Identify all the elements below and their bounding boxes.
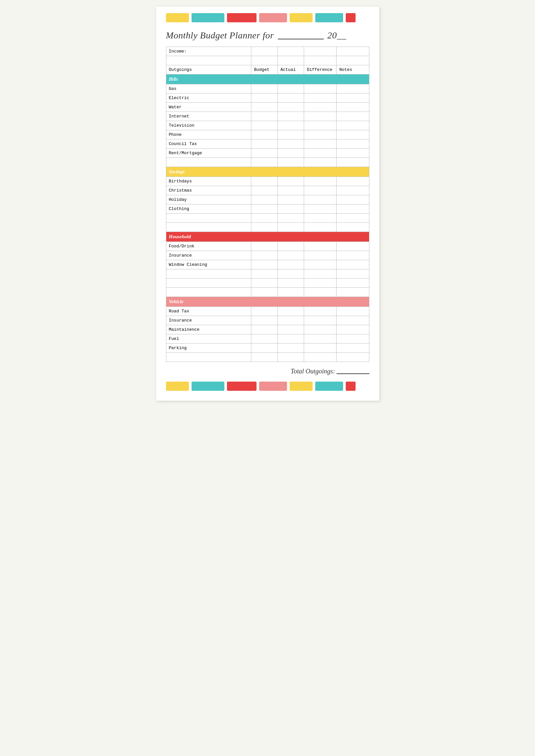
row-parking: Parking	[166, 343, 369, 353]
row-insurance-vehicle: Insurance	[166, 316, 369, 325]
column-headers: Outgoings Budget Actual Difference Notes	[166, 65, 369, 74]
row-window-cleaning: Window Cleaning	[166, 260, 369, 269]
row-insurance-household: Insurance	[166, 251, 369, 260]
bar-teal-1	[191, 13, 224, 22]
item-insurance-household: Insurance	[166, 251, 251, 260]
bar-red-1	[227, 13, 257, 22]
item-road-tax: Road Tax	[166, 307, 251, 316]
item-christmas: Christmas	[166, 186, 251, 195]
row-gas: Gas	[166, 84, 369, 94]
item-window-cleaning: Window Cleaning	[166, 260, 251, 269]
row-holiday: Holiday	[166, 195, 369, 204]
row-christmas: Christmas	[166, 186, 369, 195]
household-empty-3	[166, 288, 369, 297]
item-rent-mortgage: Rent/Mortgage	[166, 149, 251, 158]
total-underline	[337, 366, 369, 374]
income-notes	[337, 47, 369, 56]
bottom-color-bars	[166, 382, 369, 391]
row-food-drink: Food/Drink	[166, 242, 369, 251]
empty-row-1	[166, 56, 369, 65]
item-insurance-vehicle: Insurance	[166, 316, 251, 325]
bills-label: Bills	[166, 74, 369, 84]
row-phone: Phone	[166, 130, 369, 139]
title-month-blank	[278, 28, 324, 39]
item-maintainence: Maintainence	[166, 325, 251, 334]
vehicle-label: Vehicle	[166, 297, 369, 307]
row-water: Water	[166, 103, 369, 112]
row-maintainence: Maintainence	[166, 325, 369, 334]
bar-bottom-yellow-1	[166, 382, 189, 391]
income-label: Income:	[166, 47, 251, 56]
item-birthdays: Birthdays	[166, 177, 251, 186]
row-birthdays: Birthdays	[166, 177, 369, 186]
savings-empty-1	[166, 214, 369, 223]
col-header-actual: Actual	[277, 65, 304, 74]
bar-bottom-red-2	[346, 382, 355, 391]
total-outgoings-label: Total Outgoings:	[291, 367, 335, 375]
bar-yellow-2	[290, 13, 313, 22]
row-fuel: Fuel	[166, 334, 369, 343]
title-year-suffix: __	[337, 30, 346, 40]
item-parking: Parking	[166, 343, 251, 353]
bar-bottom-red-1	[227, 382, 257, 391]
bar-red-2	[346, 13, 355, 22]
bar-pink-1	[259, 13, 287, 22]
item-holiday: Holiday	[166, 195, 251, 204]
bar-bottom-pink-1	[259, 382, 287, 391]
title-year-prefix: 20	[327, 30, 337, 40]
col-header-outgoings: Outgoings	[166, 65, 251, 74]
item-water: Water	[166, 103, 251, 112]
col-header-budget: Budget	[251, 65, 277, 74]
savings-empty-2	[166, 223, 369, 232]
top-color-bars	[166, 13, 369, 22]
item-phone: Phone	[166, 130, 251, 139]
category-vehicle-header: Vehicle	[166, 297, 369, 307]
bills-empty-1	[166, 158, 369, 167]
bar-teal-2	[315, 13, 343, 22]
income-actual	[277, 47, 304, 56]
page: Monthly Budget Planner for 20__ Income: …	[156, 7, 379, 401]
row-rent-mortgage: Rent/Mortgage	[166, 149, 369, 158]
item-food-drink: Food/Drink	[166, 242, 251, 251]
income-budget	[251, 47, 277, 56]
item-clothing: Clothing	[166, 204, 251, 214]
item-gas: Gas	[166, 84, 251, 94]
total-outgoings-row: Total Outgoings:	[166, 362, 369, 376]
income-diff	[304, 47, 337, 56]
household-empty-1	[166, 269, 369, 278]
row-council-tax: Council Tax	[166, 139, 369, 149]
item-fuel: Fuel	[166, 334, 251, 343]
income-row: Income:	[166, 47, 369, 56]
item-council-tax: Council Tax	[166, 139, 251, 149]
savings-label: Savings	[166, 167, 369, 177]
category-household-header: Household	[166, 232, 369, 242]
bar-bottom-teal-1	[191, 382, 224, 391]
title-prefix: Monthly Budget Planner for	[166, 30, 274, 40]
bar-bottom-teal-2	[315, 382, 343, 391]
page-title: Monthly Budget Planner for 20__	[166, 28, 369, 41]
bar-yellow-1	[166, 13, 189, 22]
vehicle-empty-1	[166, 353, 369, 362]
row-clothing: Clothing	[166, 204, 369, 214]
col-header-notes: Notes	[337, 65, 369, 74]
household-empty-2	[166, 278, 369, 288]
row-television: Television	[166, 121, 369, 130]
category-savings-header: Savings	[166, 167, 369, 177]
row-electric: Electric	[166, 94, 369, 103]
household-label: Household	[166, 232, 369, 242]
row-road-tax: Road Tax	[166, 307, 369, 316]
item-electric: Electric	[166, 94, 251, 103]
bar-bottom-yellow-2	[290, 382, 313, 391]
col-header-difference: Difference	[304, 65, 337, 74]
category-bills-header: Bills	[166, 74, 369, 84]
budget-table: Income: Outgoings Budget Actual Differen…	[166, 46, 369, 362]
row-internet: Internet	[166, 112, 369, 121]
item-television: Television	[166, 121, 251, 130]
item-internet: Internet	[166, 112, 251, 121]
